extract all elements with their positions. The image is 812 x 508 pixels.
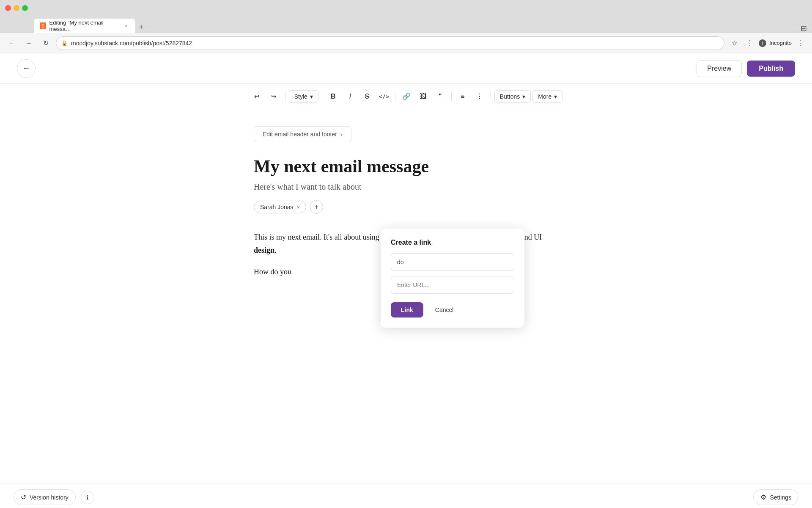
- author-tags-area: Sarah Jonas × +: [254, 200, 558, 214]
- editor-toolbar: ↩ ↪ Style ▾ B I S </> 🔗 🖼 " ≡ ⋮ Buttons …: [0, 84, 812, 109]
- buttons-dropdown-arrow: ▾: [522, 93, 525, 100]
- back-button[interactable]: ←: [5, 36, 19, 50]
- incognito-label: Incognito: [769, 40, 792, 46]
- bullet-list-button[interactable]: ≡: [455, 89, 470, 104]
- add-author-button[interactable]: +: [310, 200, 323, 214]
- undo-button[interactable]: ↩: [250, 89, 265, 104]
- version-history-label: Version history: [30, 494, 69, 501]
- partial-text: How do you: [254, 268, 291, 276]
- create-link-dialog: Create a link Link Cancel: [381, 229, 524, 328]
- chrome-menu-button[interactable]: ⋮: [793, 36, 807, 50]
- link-text-input[interactable]: [391, 253, 514, 271]
- bottom-bar: ↺ Version history ℹ ⚙ Settings: [0, 483, 812, 508]
- strikethrough-button[interactable]: S: [359, 89, 375, 104]
- maximize-traffic-light[interactable]: [22, 5, 28, 11]
- edit-header-label: Edit email header and footer: [263, 131, 337, 138]
- toolbar-divider-3: [395, 91, 395, 102]
- minimize-traffic-light[interactable]: [14, 5, 19, 11]
- style-label: Style: [294, 93, 307, 100]
- italic-button[interactable]: I: [343, 89, 358, 104]
- preview-button[interactable]: Preview: [697, 60, 742, 77]
- link-url-input[interactable]: [391, 276, 514, 294]
- code-button[interactable]: </>: [376, 89, 392, 104]
- link-confirm-button[interactable]: Link: [391, 302, 423, 318]
- forward-button[interactable]: →: [22, 36, 36, 50]
- version-history-icon: ↺: [21, 493, 26, 501]
- author-tag-sarah[interactable]: Sarah Jonas ×: [254, 201, 306, 213]
- info-button[interactable]: ℹ: [81, 491, 94, 504]
- active-tab[interactable]: S Editing "My next email messa… ×: [34, 19, 135, 33]
- back-to-posts-button[interactable]: ←: [17, 59, 36, 78]
- close-traffic-light[interactable]: [5, 5, 11, 11]
- toolbar-divider-2: [322, 91, 322, 102]
- style-dropdown-arrow: ▾: [310, 93, 313, 100]
- settings-button[interactable]: ⚙ Settings: [753, 489, 798, 505]
- app-topbar: ← Preview Publish: [0, 53, 812, 84]
- more-dropdown[interactable]: More ▾: [532, 90, 562, 103]
- url-text: moodjoy.substack.com/publish/post/528278…: [71, 40, 192, 47]
- post-subtitle[interactable]: Here's what I want to talk about: [254, 182, 558, 192]
- quote-button[interactable]: ": [433, 89, 448, 104]
- settings-label: Settings: [770, 494, 791, 501]
- remove-author-button[interactable]: ×: [297, 204, 300, 210]
- redo-button[interactable]: ↪: [266, 89, 282, 104]
- incognito-icon: I: [758, 39, 767, 47]
- window-controls[interactable]: ⊟: [801, 24, 812, 33]
- post-title[interactable]: My next email message: [254, 156, 558, 177]
- reload-button[interactable]: ↻: [39, 36, 52, 50]
- lock-icon: 🔒: [61, 40, 68, 46]
- version-history-button[interactable]: ↺ Version history: [14, 489, 76, 505]
- edit-header-arrow: ›: [340, 131, 343, 138]
- more-dropdown-arrow: ▾: [554, 93, 557, 100]
- bold-button[interactable]: B: [326, 89, 341, 104]
- svg-text:I: I: [762, 41, 763, 46]
- toolbar-divider-1: [285, 91, 285, 102]
- numbered-list-button[interactable]: ⋮: [472, 89, 487, 104]
- publish-button[interactable]: Publish: [747, 61, 795, 77]
- settings-icon: ⚙: [760, 493, 766, 501]
- incognito-badge: I Incognito: [758, 39, 792, 47]
- link-button[interactable]: 🔗: [399, 89, 414, 104]
- bookmark-button[interactable]: ☆: [728, 36, 741, 50]
- tab-close-button[interactable]: ×: [123, 22, 129, 29]
- image-button[interactable]: 🖼: [416, 89, 431, 104]
- author-name: Sarah Jonas: [260, 204, 294, 210]
- edit-header-button[interactable]: Edit email header and footer ›: [254, 126, 351, 142]
- dialog-actions: Link Cancel: [391, 302, 514, 318]
- address-bar[interactable]: 🔒 moodjoy.substack.com/publish/post/5282…: [56, 36, 724, 50]
- link-cancel-button[interactable]: Cancel: [428, 302, 461, 318]
- tab-title: Editing "My next email messa…: [49, 19, 120, 32]
- style-dropdown[interactable]: Style ▾: [289, 90, 318, 103]
- buttons-dropdown[interactable]: Buttons ▾: [494, 90, 531, 103]
- dialog-title: Create a link: [391, 239, 514, 246]
- toolbar-divider-4: [451, 91, 452, 102]
- browser-menu-button[interactable]: ⋮: [743, 36, 757, 50]
- tab-favicon: S: [40, 22, 46, 29]
- more-label: More: [538, 93, 551, 100]
- buttons-label: Buttons: [500, 93, 520, 100]
- toolbar-divider-5: [491, 91, 491, 102]
- new-tab-button[interactable]: +: [135, 21, 147, 33]
